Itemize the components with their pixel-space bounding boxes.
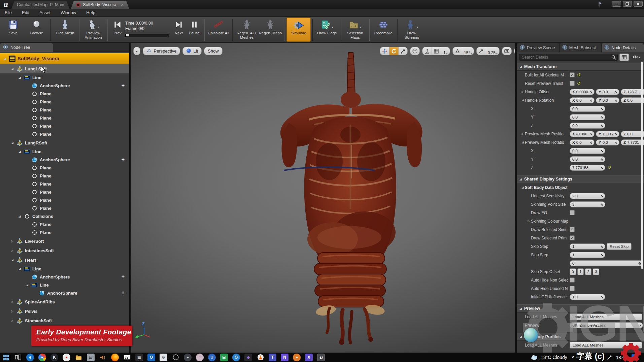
- spin-value-field[interactable]: 0.0: [570, 106, 605, 112]
- surface-snap-button[interactable]: [422, 47, 432, 55]
- collapse-arrow-icon[interactable]: ▷: [9, 249, 15, 252]
- grid-snap-value[interactable]: 1▾: [441, 47, 450, 55]
- chevron-down-icon[interactable]: ▾: [332, 25, 333, 30]
- tree-item-plane[interactable]: Plane: [0, 172, 129, 180]
- expand-arrow-icon[interactable]: ◢: [17, 76, 23, 79]
- tree-item-liversoft[interactable]: ▷LiverSoft: [0, 236, 129, 246]
- translate-tool-button[interactable]: [380, 47, 389, 55]
- menu-item-help[interactable]: Help: [86, 10, 95, 15]
- drag-handle-icon[interactable]: [600, 253, 603, 257]
- recompile-button[interactable]: Recompile: [372, 18, 395, 35]
- rotation-snap-value[interactable]: 15°▾: [462, 47, 474, 55]
- perspective-button[interactable]: Perspective: [143, 47, 180, 55]
- taskbar-icon-firefox-browser[interactable]: [111, 354, 119, 361]
- tree-item-plane[interactable]: Plane: [0, 188, 129, 196]
- tree-item-lunglsoft[interactable]: ◢LungLSoft: [0, 64, 129, 73]
- taskbar-icon-ring-app[interactable]: [172, 354, 179, 361]
- taskbar-icon-edge-browser[interactable]: e: [26, 354, 34, 361]
- drag-handle-icon[interactable]: [600, 115, 603, 119]
- drag-handle-icon[interactable]: [600, 124, 603, 128]
- drag-handle-icon[interactable]: [638, 261, 641, 265]
- tree-item-line[interactable]: ◢Line: [0, 265, 129, 273]
- taskbar-icon-notes-app[interactable]: ▤: [87, 354, 95, 361]
- z-value-field[interactable]: Z0.0: [621, 97, 644, 103]
- z-value-field[interactable]: Z0.0: [621, 131, 644, 137]
- drag-handle-icon[interactable]: [589, 140, 592, 144]
- regen-all-meshes-button[interactable]: Regen. ALL Meshes: [235, 18, 259, 40]
- offset-button-1[interactable]: 1: [577, 268, 584, 275]
- taskbar-icon-task-view[interactable]: [14, 354, 22, 361]
- tree-item-plane[interactable]: Plane: [0, 164, 129, 172]
- grid-snap-button[interactable]: [432, 47, 441, 55]
- taskbar-icon-file-explorer[interactable]: [75, 354, 82, 361]
- tree-item-plane[interactable]: Plane: [0, 130, 129, 138]
- tree-item-plane[interactable]: Plane: [0, 106, 129, 114]
- expand-arrow-icon[interactable]: ▷: [520, 132, 525, 135]
- offset-button-2[interactable]: 2: [585, 268, 591, 275]
- hide-mesh-button[interactable]: Hide Mesh: [53, 18, 77, 35]
- tree-item-heart[interactable]: ◢Heart: [0, 255, 129, 265]
- checkbox[interactable]: [570, 277, 575, 283]
- drag-handle-icon[interactable]: [614, 140, 617, 144]
- draw-flags-button[interactable]: ▾Draw Flags: [315, 18, 339, 35]
- expand-arrow-icon[interactable]: ◢: [520, 186, 525, 189]
- taskbar-icon-purple-n-app[interactable]: N: [281, 354, 289, 361]
- tree-item-plane[interactable]: Plane: [0, 220, 129, 228]
- tab-mesh-subsect[interactable]: iMesh Subsect: [560, 43, 602, 52]
- tree-item-lungrsoft[interactable]: ◢LungRSoft: [0, 138, 129, 147]
- tree-item-plane[interactable]: Plane: [0, 228, 129, 236]
- reset-to-default-icon[interactable]: ↺: [577, 81, 581, 86]
- z-value-field[interactable]: Z7.7701: [621, 139, 644, 145]
- tree-item-anchorsphere[interactable]: AnchorSphere+: [0, 156, 129, 164]
- add-node-button[interactable]: +: [122, 157, 125, 163]
- simulate-button[interactable]: Simulate: [287, 18, 310, 41]
- tree-item-plane[interactable]: Plane: [0, 180, 129, 188]
- taskbar-icon-chrome-browser[interactable]: [38, 354, 46, 361]
- drag-handle-icon[interactable]: [589, 90, 592, 94]
- scale-tool-button[interactable]: [398, 47, 407, 55]
- drag-handle-icon[interactable]: [589, 98, 592, 102]
- taskbar-icon-vs-app[interactable]: X: [305, 354, 313, 361]
- taskbar-icon-zip-app[interactable]: 7z: [123, 354, 131, 361]
- taskbar-icon-video-app[interactable]: K: [50, 354, 58, 361]
- tree-item-softbody-viscera[interactable]: ◢SoftBody_Viscera: [0, 53, 129, 64]
- y-value-field[interactable]: Y0.0: [596, 97, 619, 103]
- spin-value-field[interactable]: 0.0: [570, 148, 605, 154]
- expand-arrow-icon[interactable]: ◢: [9, 67, 15, 70]
- drag-handle-icon[interactable]: [614, 90, 617, 94]
- drag-handle-icon[interactable]: [600, 244, 603, 249]
- add-node-button[interactable]: +: [122, 83, 125, 89]
- menu-item-file[interactable]: File: [5, 10, 12, 15]
- drag-handle-icon[interactable]: [614, 98, 617, 102]
- spin-value-field-wide[interactable]: 0: [570, 260, 643, 266]
- z-value-field[interactable]: Z128.71: [621, 89, 644, 95]
- expand-arrow-icon[interactable]: ◢: [520, 99, 525, 102]
- expand-arrow-icon[interactable]: ▷: [520, 90, 525, 93]
- camera-speed-button[interactable]: [514, 47, 515, 55]
- x-value-field[interactable]: X-0.000: [570, 131, 595, 137]
- next-button[interactable]: Next: [171, 18, 187, 35]
- taskbar-icon-outlook-mail[interactable]: O: [147, 354, 155, 361]
- drag-handle-icon[interactable]: [600, 202, 603, 206]
- taskbar-icon-audio-app[interactable]: [99, 354, 107, 361]
- taskbar-icon-orange-app[interactable]: ●: [293, 354, 301, 361]
- spin-value-field[interactable]: 0.0: [570, 123, 605, 129]
- asset-tab-combattestmap-p-main[interactable]: CombatTestMap_P_Main: [11, 1, 69, 9]
- expand-arrow-icon[interactable]: ▷: [527, 220, 531, 223]
- taskbar-icon-unreal-editor[interactable]: u: [317, 354, 325, 361]
- tree-item-plane[interactable]: Plane: [0, 98, 129, 106]
- weather-text[interactable]: 13°C Cloudy: [541, 355, 567, 360]
- expand-arrow-icon[interactable]: ◢: [2, 57, 8, 60]
- drag-handle-icon[interactable]: [589, 132, 592, 136]
- drag-handle-icon[interactable]: [600, 295, 603, 299]
- tree-item-plane[interactable]: Plane: [0, 114, 129, 122]
- tree-item-anchorsphere[interactable]: AnchorSphere+: [0, 273, 129, 281]
- prev-button[interactable]: Prev: [110, 18, 125, 35]
- browse-button[interactable]: Browse: [25, 18, 48, 35]
- tab-preview-scene[interactable]: iPreview Scene: [517, 43, 560, 52]
- x-value-field[interactable]: X0.0000: [570, 89, 595, 95]
- tab-close-icon[interactable]: ✕: [121, 3, 124, 7]
- y-value-field[interactable]: Y1.1117: [596, 131, 619, 137]
- section-preview[interactable]: ◢Preview: [517, 304, 644, 312]
- unisolate-all-button[interactable]: Unisolate All: [207, 18, 230, 35]
